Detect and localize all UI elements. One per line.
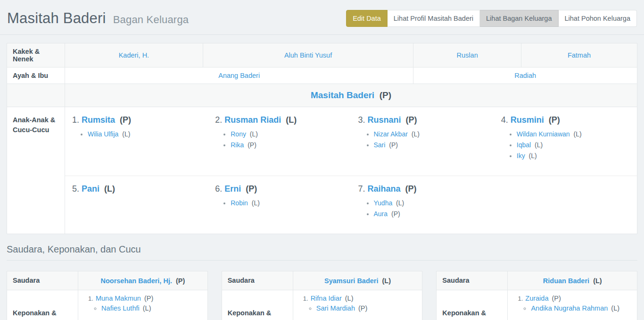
nephew-child-item: Andika Nugraha Rahman (L) <box>531 304 631 312</box>
grandmother-paternal-link[interactable]: Aluh Binti Yusuf <box>284 51 332 59</box>
mother-link[interactable]: Radiah <box>514 72 536 79</box>
gender-label: (L) <box>141 304 151 312</box>
grandchild-item: Wilia Ulfija (L) <box>88 130 201 138</box>
child-name-link[interactable]: Raihana <box>368 184 401 194</box>
grandchild-name-link[interactable]: Wildan Kurniawan <box>517 130 570 138</box>
grandchild-name-link[interactable]: Iky <box>517 152 525 160</box>
view-profile-button[interactable]: Lihat Profil Masitah Baderi <box>388 10 480 27</box>
grandchild-name-link[interactable]: Iqbal <box>517 141 531 149</box>
nephew-item: 1.Rifna Idiar (L) Sari Mardiah (P) <box>303 295 417 312</box>
child-number: 6. <box>215 184 222 194</box>
grandmother-paternal-cell: Aluh Binti Yusuf <box>203 43 413 67</box>
grandchildren-list: Yudha (L) Aura (P) <box>358 199 487 218</box>
nephews-list: 1.Zuraida (P) Andika Nugraha Rahman (L) <box>513 295 631 312</box>
gender-label: (P) <box>117 115 131 125</box>
grandchild-name-link[interactable]: Robin <box>231 199 248 207</box>
sibling-name-link[interactable]: Syamsuri Baderi <box>324 277 378 285</box>
nephew-child-name-link[interactable]: Nafies Luthfi <box>101 304 140 312</box>
child-name-link[interactable]: Rusnani <box>368 115 401 125</box>
child-entry-3: 3.Rusnani (P) Nizar Akbar (L) Sari (P) <box>351 107 494 176</box>
gender-label: (L) <box>609 304 619 312</box>
child-entry-5: 5.Pani (L) <box>65 176 208 234</box>
child-number: 5. <box>72 184 79 194</box>
gender-label: (L) <box>380 277 391 285</box>
nephews-row: Keponakan & Cucu-Cucu 1.Muna Makmun (P) … <box>7 290 208 320</box>
gender-label: (P) <box>546 115 560 125</box>
grandchild-name-link[interactable]: Aura <box>374 210 388 218</box>
grandchild-name-link[interactable]: Rony <box>231 130 246 138</box>
grandfather-maternal-link[interactable]: Ruslan <box>457 51 478 59</box>
child-entry-2: 2.Rusman Riadi (L) Rony (L) Rika (P) <box>208 107 351 176</box>
child-entry-6: 6.Erni (P) Robin (L) <box>208 176 351 234</box>
children-label: Anak-Anak & Cucu-Cucu <box>7 107 65 234</box>
gender-label: (L) <box>250 199 260 207</box>
gender-label: (L) <box>102 184 115 194</box>
nephews-cell: 1.Zuraida (P) Andika Nugraha Rahman (L) <box>508 290 637 320</box>
sibling-row: Saudara Riduan Baderi (L) <box>437 271 637 290</box>
sibling-name-cell: Noorsehan Baderi, Hj. (P) <box>78 271 208 290</box>
sibling-row: Saudara Syamsuri Baderi (L) <box>222 271 422 290</box>
gender-label: (P) <box>174 277 185 285</box>
grandchild-name-link[interactable]: Rika <box>231 141 244 149</box>
children-grid-row-2: 5.Pani (L) 6.Erni (P) Robin (L) 7.Raihan… <box>65 176 637 234</box>
grandchild-item: Nizar Akbar (L) <box>374 130 487 138</box>
father-link[interactable]: Anang Baderi <box>218 72 260 79</box>
siblings-section-title: Saudara, Keponakan, dan Cucu <box>7 244 637 255</box>
nephew-child-name-link[interactable]: Andika Nugraha Rahman <box>531 304 608 312</box>
grandchild-name-link[interactable]: Sari <box>374 141 386 149</box>
children-row: Anak-Anak & Cucu-Cucu 1.Rumsita (P) Wili… <box>7 107 637 234</box>
page-subtitle: Bagan Keluarga <box>113 14 189 25</box>
edit-data-button[interactable]: Edit Data <box>346 10 388 27</box>
siblings-section-header: Saudara, Keponakan, dan Cucu <box>7 244 637 261</box>
parents-row: Ayah & Ibu Anang Baderi Radiah <box>7 67 637 84</box>
view-tree-button[interactable]: Lihat Pohon Keluarga <box>559 10 637 27</box>
gender-label: (L) <box>394 199 404 207</box>
person-name-link[interactable]: Masitah Baderi <box>311 90 374 100</box>
nephew-child-name-link[interactable]: Sari Mardiah <box>316 304 355 312</box>
gender-label: (P) <box>389 210 400 218</box>
grandparents-label: Kakek & Nenek <box>7 43 65 67</box>
header-button-group: Edit Data Lihat Profil Masitah Baderi Li… <box>346 10 637 27</box>
grandfather-paternal-link[interactable]: Kaderi, H. <box>119 51 149 59</box>
nephew-name-link[interactable]: Rifna Idiar <box>311 295 342 302</box>
sibling-label: Saudara <box>7 271 78 290</box>
sibling-name-link[interactable]: Noorsehan Baderi, Hj. <box>100 277 172 285</box>
nephew-number: 1. <box>303 295 308 302</box>
grandchild-item: Sari (P) <box>374 141 487 149</box>
person-cell: Masitah Baderi (P) <box>65 84 637 107</box>
nephew-number: 1. <box>518 295 523 302</box>
grandchildren-list: Wildan Kurniawan (L) Iqbal (L) Iky (L) <box>501 130 630 160</box>
nephews-label: Keponakan & Cucu-Cucu <box>7 290 78 320</box>
grandchild-name-link[interactable]: Wilia Ulfija <box>88 130 118 138</box>
child-name-link[interactable]: Erni <box>224 184 241 194</box>
sibling-name-link[interactable]: Riduan Baderi <box>543 277 589 285</box>
sibling-label: Saudara <box>222 271 293 290</box>
grandchild-name-link[interactable]: Nizar Akbar <box>374 130 408 138</box>
gender-label: (L) <box>343 295 354 302</box>
grandchild-item: Iqbal (L) <box>517 141 630 149</box>
child-name-link[interactable]: Rusman Riadi <box>224 115 281 125</box>
grandchild-item: Robin (L) <box>231 199 344 207</box>
child-name-link[interactable]: Rumsita <box>82 115 115 125</box>
grandchild-name-link[interactable]: Yudha <box>374 199 393 207</box>
nephews-cell: 1.Rifna Idiar (L) Sari Mardiah (P) <box>293 290 422 320</box>
child-entry-empty <box>494 176 637 234</box>
child-number: 7. <box>358 184 365 194</box>
nephews-row: Keponakan & Cucu-Cucu 1.Zuraida (P) Andi… <box>437 290 637 320</box>
child-number: 3. <box>358 115 365 125</box>
grandchildren-list: Wilia Ulfija (L) <box>72 130 201 138</box>
nephew-child-item: Nafies Luthfi (L) <box>101 304 202 312</box>
family-chart-table: Kakek & Nenek Kaderi, H. Aluh Binti Yusu… <box>7 43 637 234</box>
child-name-link[interactable]: Rusmini <box>511 115 544 125</box>
child-name-link[interactable]: Pani <box>82 184 99 194</box>
grandmother-maternal-link[interactable]: Fatmah <box>568 51 591 59</box>
nephew-name-link[interactable]: Muna Makmun <box>96 295 141 302</box>
view-chart-button[interactable]: Lihat Bagan Keluarga <box>480 10 558 27</box>
gender-label: (P) <box>387 141 398 149</box>
nephew-children-list: Andika Nugraha Rahman (L) <box>518 304 631 312</box>
person-gender-label: (P) <box>377 90 391 100</box>
grandmother-maternal-cell: Fatmah <box>521 43 637 67</box>
nephew-name-link[interactable]: Zuraida <box>525 295 548 302</box>
sibling-row: Saudara Noorsehan Baderi, Hj. (P) <box>7 271 208 290</box>
nephew-item: 1.Zuraida (P) Andika Nugraha Rahman (L) <box>518 295 631 312</box>
